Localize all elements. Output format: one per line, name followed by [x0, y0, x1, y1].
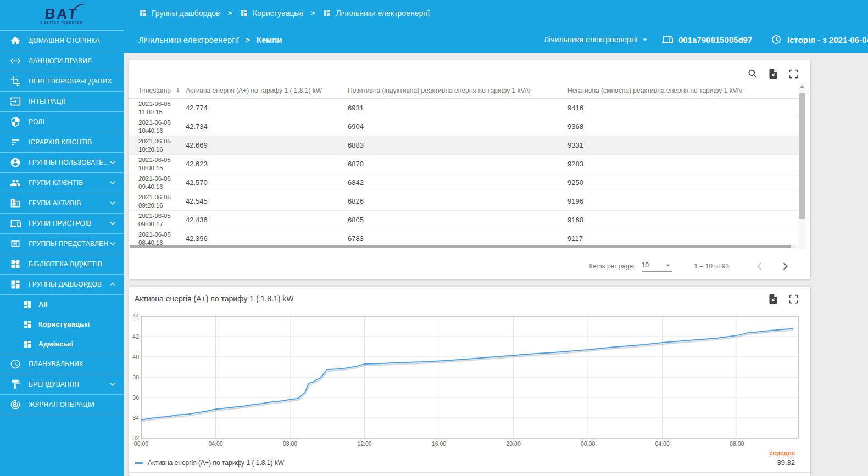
timestamp-cell: 2021-06-0510:20:16 — [129, 137, 186, 153]
table-row[interactable]: 2021-06-0509:20:1642.54568269196 — [129, 192, 798, 211]
fullscreen-icon[interactable] — [788, 293, 799, 305]
sidebar-item-dashboards-admin[interactable]: Адмінські — [0, 334, 124, 354]
sidebar-item-label: ЖУРНАЛ ОПЕРАЦІЙ — [29, 401, 94, 408]
sidebar-item-customers-hierarchy[interactable]: ІЄРАРХІЯ КЛІЄНТІВ — [0, 132, 124, 153]
sidebar-item-branding[interactable]: БРЕНДУВАННЯ — [0, 374, 124, 395]
timeseries-table-card: TimestampАктивна енергія (А+) по тарифу … — [129, 60, 810, 279]
search-icon[interactable] — [747, 68, 759, 80]
timestamp-cell: 2021-06-0508:40:16 — [129, 231, 186, 247]
sidebar-item-home[interactable]: ДОМАШНЯ СТОРІНКА — [0, 31, 124, 51]
sidebar-item-audit-log[interactable]: ЖУРНАЛ ОПЕРАЦІЙ — [0, 395, 124, 415]
sidebar-item-rule-chains[interactable]: ЛАНЦЮГИ ПРАВИЛ — [0, 51, 124, 71]
sidebar-item-label: ГРУППЫ ДАШБОРДОВ — [29, 281, 102, 288]
timestamp-cell: 2021-06-0511:00:15 — [129, 100, 186, 116]
subheader: Лічильники електроенергії > Кемпи Лічиль… — [124, 26, 868, 53]
column-header: Негативна (ємносна) реактивна енергія по… — [567, 87, 798, 94]
audit-log-icon — [10, 399, 21, 410]
timestamp-cell: 2021-06-0509:20:16 — [129, 193, 186, 209]
breadcrumb-label: Лічильники електроенергії — [336, 9, 430, 18]
sidebar-item-widget-library[interactable]: БІБЛІОТЕКА ВІДЖЕТІВ — [0, 254, 124, 275]
chart-legend-item[interactable]: Активна енергія (А+) по тарифу 1 ( 1.8.1… — [135, 459, 284, 467]
device-id: 001a798815005d97 — [678, 35, 752, 44]
sidebar-item-customer-groups[interactable]: ГРУПИ КЛІЄНТІВ — [0, 173, 124, 193]
next-page-button[interactable] — [780, 260, 792, 272]
active-energy-cell: 42.734 — [186, 122, 348, 131]
timestamp-date: 2021-06-05 — [138, 212, 186, 220]
table-row[interactable]: 2021-06-0509:00:1742.43668059160 — [129, 211, 798, 229]
sidebar-item-label: ІНТЕГРАЦІЇ — [29, 98, 65, 105]
dashboard-icon — [138, 9, 147, 18]
main-content: TimestampАктивна енергія (А+) по тарифу … — [124, 53, 868, 476]
breadcrumb-label: Користувацькі — [253, 9, 303, 18]
svg-text:16:00: 16:00 — [432, 440, 446, 447]
table-body: 2021-06-0511:00:1542.774693194162021-06-… — [129, 99, 798, 248]
table-header-row: TimestampАктивна енергія (А+) по тарифу … — [129, 82, 798, 99]
scrollbar-thumb[interactable] — [799, 93, 805, 219]
entity-select-dropdown[interactable]: Лічильники електроенергії — [544, 26, 650, 53]
sidebar-item-roles[interactable]: РОЛІ — [0, 112, 124, 132]
column-header: Позитивна (індуктивна) реактивна енергія… — [348, 87, 567, 94]
sidebar-item-dashboard-groups[interactable]: ГРУППЫ ДАШБОРДОВ — [0, 275, 124, 295]
logo-swoosh-icon — [73, 3, 88, 10]
sidebar-item-entity-view-groups[interactable]: ГРУППЫ ПРЕДСТАВЛЕН... — [0, 234, 124, 254]
chart-card-divider — [129, 472, 810, 473]
page-subtitle: Кемпи — [257, 35, 282, 44]
fullscreen-icon[interactable] — [788, 68, 799, 80]
app-logo[interactable]: BAT A BETTER TOMORROW — [0, 0, 124, 31]
active-energy-cell: 42.570 — [186, 178, 348, 187]
table-horizontal-scrollbar[interactable] — [130, 245, 796, 248]
sidebar-item-device-groups[interactable]: ГРУПИ ПРИСТРОЇВ — [0, 214, 124, 234]
negative-reactive-cell: 9250 — [567, 178, 798, 187]
chevron-down-icon — [108, 219, 117, 228]
chevron-down-icon — [108, 239, 117, 248]
timestamp-date: 2021-06-05 — [138, 100, 186, 108]
chart-title: Активна енергія (А+) по тарифу 1 ( 1.8.1… — [135, 294, 294, 303]
breadcrumb-item[interactable]: Користувацькі — [240, 9, 303, 18]
dashboard-groups-icon — [10, 279, 21, 290]
positive-reactive-cell: 6931 — [348, 104, 567, 112]
items-per-page-select[interactable]: 10 — [642, 261, 672, 272]
sidebar-item-label: Адмінські — [38, 340, 73, 348]
scrollbar-up-arrow-icon[interactable] — [799, 85, 805, 88]
sidebar-item-dashboards-all[interactable]: All — [0, 295, 124, 315]
chevron-down-icon — [108, 158, 117, 167]
sidebar-item-scheduler[interactable]: ПЛАНУВАЛЬНИК — [0, 354, 124, 374]
active-energy-cell: 42.774 — [186, 104, 348, 112]
sidebar-item-asset-groups[interactable]: ГРУПИ АКТИВІВ — [0, 193, 124, 214]
previous-page-button[interactable] — [753, 260, 765, 272]
history-range-button[interactable]: Історія - з 2021-06-04 0 — [771, 26, 868, 53]
sidebar-item-user-groups[interactable]: ГРУППЫ ПОЛЬЗОВАТЕ... — [0, 153, 124, 173]
top-header: Группы дашбордов>Користувацькі>Лічильник… — [124, 0, 868, 53]
file-export-icon[interactable] — [767, 68, 779, 80]
timestamp-time: 09:40:16 — [138, 183, 186, 191]
sidebar-item-integrations[interactable]: ІНТЕГРАЦІЇ — [0, 92, 124, 112]
hierarchy-icon — [10, 137, 21, 148]
svg-text:00:00: 00:00 — [134, 440, 148, 447]
column-header-label: Негативна (ємносна) реактивна енергія по… — [567, 87, 743, 94]
user-groups-icon — [10, 157, 21, 168]
scrollbar-thumb[interactable] — [130, 245, 791, 248]
table-row[interactable]: 2021-06-0510:40:1642.73469049368 — [129, 117, 798, 136]
subheader-separator: > — [246, 36, 250, 44]
breadcrumb-item[interactable]: Группы дашбордов — [138, 9, 220, 18]
table-row[interactable]: 2021-06-0510:00:1542.62368709283 — [129, 155, 798, 173]
sidebar-item-dashboards-user[interactable]: Користувацькі — [0, 315, 124, 334]
svg-text:36: 36 — [132, 394, 139, 401]
table-vertical-scrollbar[interactable] — [798, 82, 806, 250]
positive-reactive-cell: 6904 — [348, 122, 567, 131]
table-row[interactable]: 2021-06-0511:00:1542.77469319416 — [129, 99, 798, 117]
breadcrumb-item[interactable]: Лічильники електроенергії — [322, 9, 430, 18]
items-per-page-label: Items per page: — [589, 262, 635, 270]
file-export-icon[interactable] — [767, 293, 779, 305]
device-id-badge[interactable]: 001a798815005d97 — [662, 26, 752, 53]
home-icon — [10, 35, 21, 46]
column-header[interactable]: Timestamp — [129, 87, 186, 94]
logo-text: BAT — [44, 7, 79, 21]
timestamp-time: 10:20:16 — [138, 145, 186, 153]
timestamp-date: 2021-06-05 — [138, 193, 186, 201]
paginator: Items per page: 10 1 – 10 of 93 — [129, 253, 810, 279]
table-row[interactable]: 2021-06-0509:40:1642.57068429250 — [129, 173, 798, 192]
table-row[interactable]: 2021-06-0510:20:1642.66968839331 — [129, 136, 798, 155]
svg-text:04:00: 04:00 — [208, 440, 222, 447]
sidebar-item-data-converters[interactable]: ПЕРЕТВОРЮВАЧІ ДАНИХ — [0, 71, 124, 92]
